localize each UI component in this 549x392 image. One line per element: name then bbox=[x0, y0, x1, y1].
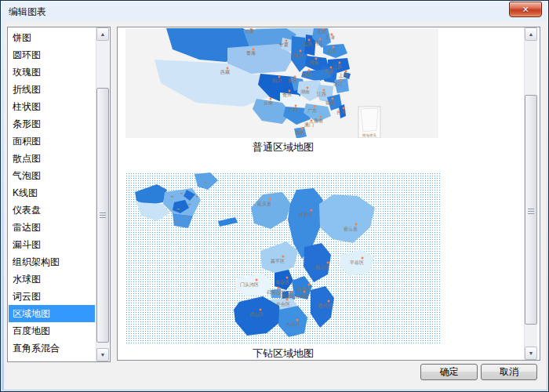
district-label: 房山区 bbox=[249, 311, 264, 317]
normal-map-caption: 普通区域地图 bbox=[125, 140, 441, 154]
list-item-region-map[interactable]: 区域地图 bbox=[9, 305, 95, 322]
titlebar[interactable]: 编辑图表 ✕ bbox=[1, 1, 548, 21]
map-label: 浙江 bbox=[333, 82, 343, 86]
map-label: 上海 bbox=[338, 73, 348, 78]
cancel-button[interactable]: 取消 bbox=[481, 364, 537, 380]
ok-button[interactable]: 确定 bbox=[420, 364, 478, 380]
mini-region bbox=[173, 213, 193, 228]
drilldown-map: 延庆县 怀柔区 密云县 昌平区 顺义区 平谷区 门头沟区 海淀区 朝阳区 石景山… bbox=[125, 172, 441, 345]
normal-region-map-preview[interactable]: 甘肃 北京 天津 宁夏 山西 河北 山东 青海 陕西 河南 江苏 西藏 安徽 上… bbox=[125, 28, 438, 138]
list-item-gauge[interactable]: 仪表盘 bbox=[9, 201, 95, 219]
list-item-line[interactable]: 折线图 bbox=[9, 81, 95, 98]
map-label: 云南 bbox=[264, 100, 273, 105]
map-label: 江西 bbox=[317, 92, 326, 97]
scroll-down-icon[interactable]: ▼ bbox=[525, 347, 537, 360]
list-item-wordcloud[interactable]: 词云图 bbox=[9, 288, 95, 305]
district-label: 东城区 bbox=[295, 293, 309, 299]
district-label: 顺义区 bbox=[315, 264, 329, 270]
list-item-bar[interactable]: 条形图 bbox=[9, 115, 95, 132]
list-item-kline[interactable]: K线图 bbox=[9, 184, 95, 201]
district-label: 怀柔区 bbox=[298, 212, 313, 217]
nanhai-inset-label: 南海诸岛 bbox=[362, 133, 376, 137]
list-item-area[interactable]: 面积图 bbox=[9, 132, 95, 150]
map-label: 四川 bbox=[272, 78, 282, 84]
map-label: 甘肃 bbox=[245, 29, 254, 34]
list-item-liquid[interactable]: 水球图 bbox=[9, 270, 95, 288]
district-label: 昌平区 bbox=[271, 258, 285, 264]
district-miyun bbox=[319, 194, 375, 243]
list-scrollbar[interactable]: ▲ ▼ bbox=[96, 27, 109, 361]
thumb-grip bbox=[528, 213, 534, 214]
preview-panel: 甘肃 北京 天津 宁夏 山西 河北 山东 青海 陕西 河南 江苏 西藏 安徽 上… bbox=[117, 27, 540, 361]
district-label: 密云县 bbox=[344, 226, 358, 231]
map-label: 山西 bbox=[303, 42, 312, 47]
district-label: 丰台区 bbox=[276, 301, 290, 307]
scroll-up-icon[interactable]: ▲ bbox=[96, 27, 109, 41]
district-label: 平谷区 bbox=[350, 260, 364, 266]
close-button[interactable]: ✕ bbox=[509, 2, 542, 17]
preview-scrollbar-thumb[interactable] bbox=[525, 95, 537, 325]
close-icon: ✕ bbox=[522, 5, 529, 15]
map-label: 北京 bbox=[317, 28, 326, 34]
list-item-orgchart[interactable]: 组织架构图 bbox=[9, 253, 95, 270]
map-label: 海南 bbox=[295, 130, 304, 135]
list-item-cartesian-mix[interactable]: 直角系混合 bbox=[9, 339, 95, 357]
china-map: 甘肃 北京 天津 宁夏 山西 河北 山东 青海 陕西 河南 江苏 西藏 安徽 上… bbox=[125, 28, 438, 138]
map-regions bbox=[155, 28, 380, 138]
district-label: 大兴区 bbox=[286, 321, 300, 327]
district-label: 通州区 bbox=[318, 303, 332, 308]
map-label: 宁夏 bbox=[279, 42, 289, 48]
scroll-up-icon[interactable]: ▲ bbox=[525, 27, 537, 41]
mini-region bbox=[218, 217, 238, 227]
map-label: 山东 bbox=[328, 48, 337, 53]
edit-chart-dialog: 编辑图表 ✕ 饼图 圆环图 玫瑰图 折线图 柱状图 条形图 面积图 散点图 气泡… bbox=[0, 0, 549, 392]
thumb-grip bbox=[100, 215, 106, 216]
mini-region bbox=[195, 172, 218, 190]
map-label: 贵州 bbox=[282, 93, 292, 98]
list-item-baidu-map[interactable]: 百度地图 bbox=[9, 322, 95, 339]
map-label: 福建 bbox=[325, 100, 335, 106]
list-item-radar[interactable]: 雷达图 bbox=[9, 219, 95, 236]
district-yanqing bbox=[251, 192, 291, 229]
map-label: 河南 bbox=[309, 60, 318, 65]
drilldown-region-map-preview[interactable]: 延庆县 怀柔区 密云县 昌平区 顺义区 平谷区 门头沟区 海淀区 朝阳区 石景山… bbox=[125, 172, 441, 345]
map-label: 西藏 bbox=[220, 70, 230, 75]
district-daxing bbox=[278, 306, 307, 337]
thumb-grip bbox=[100, 212, 106, 213]
thumb-grip bbox=[528, 211, 534, 212]
map-label: 广东 bbox=[307, 107, 317, 113]
list-scrollbar-thumb[interactable] bbox=[96, 88, 109, 343]
list-item-pie[interactable]: 饼图 bbox=[9, 29, 95, 46]
district-label: 延庆县 bbox=[256, 201, 271, 206]
map-label: 安徽 bbox=[324, 68, 333, 74]
list-item-scatter[interactable]: 散点图 bbox=[9, 150, 95, 167]
list-item-donut[interactable]: 圆环图 bbox=[9, 46, 95, 64]
mini-china-map bbox=[135, 172, 238, 228]
map-label: 湖北 bbox=[302, 71, 311, 78]
map-label: 台湾 bbox=[336, 109, 346, 115]
chart-type-list: 饼图 圆环图 玫瑰图 折线图 柱状图 条形图 面积图 散点图 气泡图 K线图 仪… bbox=[7, 27, 111, 362]
scroll-down-icon[interactable]: ▼ bbox=[96, 348, 109, 361]
map-label: 青海 bbox=[246, 51, 256, 56]
thumb-grip bbox=[528, 209, 534, 209]
map-label: 天津 bbox=[325, 35, 335, 40]
drilldown-map-caption: 下钻区域地图 bbox=[125, 347, 441, 361]
map-label: 陕西 bbox=[293, 53, 303, 59]
map-label: 澳门 bbox=[304, 122, 314, 128]
map-label: 重庆 bbox=[287, 78, 297, 83]
district-label: 海淀区 bbox=[275, 279, 289, 285]
thumb-grip bbox=[100, 217, 106, 218]
preview-scrollbar[interactable]: ▲ ▼ bbox=[524, 27, 537, 360]
mini-region bbox=[135, 184, 167, 205]
district-label: 门头沟区 bbox=[240, 281, 259, 288]
dialog-client-area: 饼图 圆环图 玫瑰图 折线图 柱状图 条形图 面积图 散点图 气泡图 K线图 仪… bbox=[4, 21, 547, 390]
list-item-rose[interactable]: 玫瑰图 bbox=[9, 64, 95, 81]
map-label: 江苏 bbox=[333, 64, 342, 69]
list-item-funnel[interactable]: 漏斗图 bbox=[9, 236, 95, 253]
district-label: 西城区 bbox=[281, 293, 295, 299]
district-changping bbox=[260, 241, 298, 274]
map-label: 河北 bbox=[314, 40, 323, 46]
list-item-column[interactable]: 柱状图 bbox=[9, 98, 95, 115]
district-label: 朝阳区 bbox=[296, 286, 311, 292]
list-item-bubble[interactable]: 气泡图 bbox=[9, 167, 95, 184]
